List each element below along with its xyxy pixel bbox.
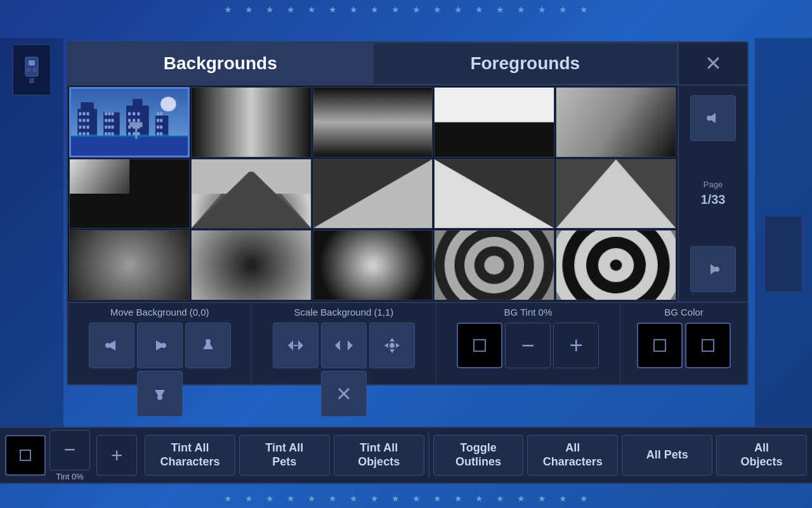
svg-rect-4 [29, 78, 34, 83]
tint-all-objects-label: Tint All Objects [358, 441, 400, 469]
move-bg-buttons [68, 320, 251, 419]
scale-bg-expand-h-button[interactable] [321, 323, 367, 368]
toggle-outlines-label: Toggle Outlines [455, 441, 501, 469]
scale-bg-x-button[interactable] [321, 371, 367, 417]
svg-rect-0 [25, 57, 38, 76]
bg-tint-buttons: − + [454, 320, 601, 371]
scale-bg-label: Scale Background (1,1) [294, 303, 394, 320]
bg-color-buttons [634, 320, 733, 371]
move-bg-group: Move Background (0,0) [68, 303, 252, 384]
svg-marker-17 [288, 340, 293, 351]
controls-bar: Move Background (0,0) [68, 302, 747, 384]
grid-cell-7[interactable] [191, 159, 311, 229]
bottom-color-swatch [20, 450, 31, 461]
bg-tint-color-swatch [473, 339, 486, 352]
svg-rect-3 [33, 68, 37, 72]
bg-color-swatch-2 [702, 339, 714, 352]
move-bg-left-button[interactable] [89, 323, 134, 368]
move-bg-down-button[interactable] [137, 371, 183, 417]
right-panel [755, 38, 812, 470]
svg-marker-16 [155, 390, 165, 399]
bg-color-btn-1[interactable] [637, 323, 683, 368]
bottom-color-button[interactable] [5, 435, 46, 476]
grid-cell-1[interactable] [69, 87, 190, 157]
page-number: 1/33 [701, 190, 726, 208]
cell-canvas-6 [70, 159, 189, 229]
all-characters-label: All Characters [543, 441, 603, 469]
grid-cell-2[interactable] [191, 87, 311, 157]
move-bg-label: Move Background (0,0) [110, 303, 209, 320]
prev-page-button[interactable] [690, 95, 736, 141]
grid-cell-3[interactable] [313, 87, 433, 157]
svg-rect-19 [294, 345, 298, 346]
bottom-tint-label: Tint 0% [56, 472, 84, 481]
svg-marker-6 [708, 113, 716, 123]
scale-bg-shrink-h-button[interactable] [273, 323, 318, 368]
bottom-tint-decrease-button[interactable]: − [49, 430, 90, 471]
stars-bottom: ★ ★ ★ ★ ★ ★ ★ ★ ★ ★ ★ ★ ★ ★ ★ ★ ★ ★ [0, 489, 812, 508]
bottom-bar: − Tint 0% + Tint All Characters Tint All… [0, 427, 812, 484]
svg-marker-10 [107, 340, 115, 351]
bottom-tint-group: − Tint 0% [49, 430, 90, 481]
all-pets-button[interactable]: All Pets [622, 435, 712, 476]
cell-canvas-1 [71, 89, 188, 156]
move-bg-up-button[interactable] [185, 323, 231, 368]
cell-canvas-14 [435, 231, 554, 300]
tint-all-pets-button[interactable]: Tint All Pets [239, 435, 330, 476]
svg-marker-24 [390, 349, 395, 353]
cell-canvas-7 [192, 159, 311, 229]
page-label: Page [701, 179, 726, 190]
bottom-tint-increase-button[interactable]: + [96, 435, 137, 476]
svg-marker-12 [156, 340, 165, 351]
next-page-button[interactable] [690, 246, 736, 292]
left-deco-icon [13, 44, 51, 95]
bg-color-label: BG Color [664, 303, 704, 320]
cell-canvas-8 [313, 159, 433, 229]
bg-tint-increase-button[interactable]: + [553, 323, 599, 368]
toggle-outlines-button[interactable]: Toggle Outlines [433, 435, 524, 476]
grid-cell-11[interactable] [69, 230, 190, 300]
tint-all-characters-button[interactable]: Tint All Characters [145, 435, 235, 476]
bg-color-btn-2[interactable] [685, 323, 731, 368]
all-characters-button[interactable]: All Characters [527, 435, 618, 476]
grid-cell-12[interactable] [191, 230, 311, 300]
bg-tint-color-button[interactable] [457, 323, 502, 368]
move-bg-right-button[interactable] [137, 323, 183, 368]
tab-foregrounds[interactable]: Foregrounds [373, 43, 678, 84]
grid-cell-4[interactable] [434, 87, 554, 157]
main-dialog: Backgrounds Foregrounds ✕ [67, 41, 749, 385]
grid-cell-10[interactable] [556, 159, 676, 229]
scale-bg-group: Scale Background (1,1) [252, 303, 436, 384]
svg-marker-21 [348, 340, 353, 351]
bg-tint-decrease-button[interactable]: − [505, 323, 551, 368]
cell-canvas-13 [313, 231, 433, 300]
grid-cell-14[interactable] [434, 230, 554, 300]
tint-all-characters-label: Tint All Characters [160, 441, 219, 469]
grid-cell-8[interactable] [313, 159, 433, 229]
right-deco-element [764, 216, 802, 292]
scale-bg-move-button[interactable] [369, 323, 415, 368]
all-objects-button[interactable]: All Objects [716, 435, 807, 476]
grid-cell-5[interactable] [556, 87, 676, 157]
close-button[interactable]: ✕ [678, 43, 747, 84]
cell-canvas-12 [192, 231, 311, 300]
cell-canvas-2 [192, 88, 311, 157]
grid-cell-9[interactable] [434, 159, 554, 229]
grid-cell-13[interactable] [313, 230, 433, 300]
grid-section: Page 1/33 [68, 86, 747, 302]
svg-rect-2 [27, 68, 30, 72]
cell-canvas-5 [556, 88, 676, 157]
tint-all-objects-button[interactable]: Tint All Objects [334, 435, 424, 476]
cell-canvas-10 [556, 159, 676, 229]
scale-bg-buttons [252, 320, 435, 419]
svg-marker-14 [203, 340, 213, 349]
svg-rect-1 [29, 60, 35, 65]
grid-cell-6[interactable] [69, 159, 190, 229]
cell-canvas-11 [70, 231, 189, 300]
tab-backgrounds[interactable]: Backgrounds [68, 43, 373, 84]
svg-point-22 [390, 343, 395, 348]
bottom-divider [428, 433, 429, 478]
svg-marker-8 [710, 264, 718, 274]
grid-cell-15[interactable] [556, 230, 676, 300]
svg-marker-26 [396, 343, 400, 348]
